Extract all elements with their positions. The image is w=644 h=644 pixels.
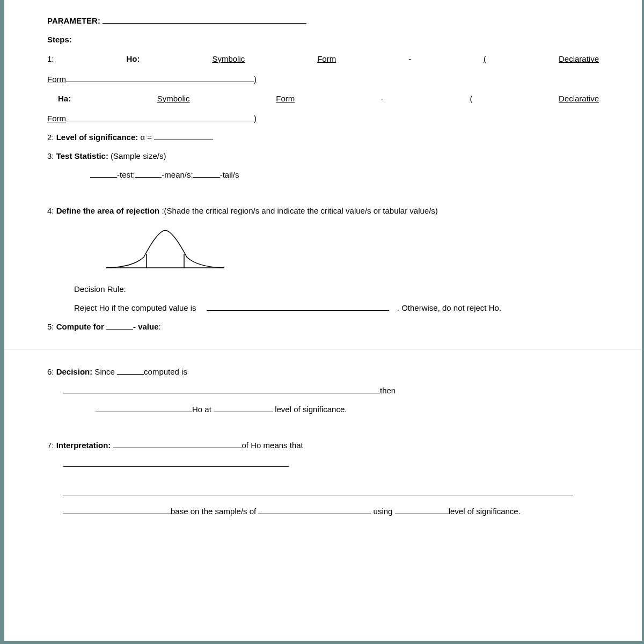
s7-blank2 — [63, 466, 289, 467]
worksheet-page: PARAMETER: Steps: 1: Ho: Symbolic Form -… — [4, 0, 642, 520]
s7-blank5 — [258, 514, 371, 514]
reject-blank — [207, 310, 389, 311]
form1b: Form — [47, 75, 66, 84]
s2-blank — [154, 140, 213, 140]
steps-label: Steps: — [47, 35, 72, 44]
s6-blank3 — [96, 412, 192, 412]
bell-curve-box — [101, 225, 599, 275]
s6-level: level of significance. — [273, 405, 347, 414]
s6-then: then — [380, 386, 396, 395]
s6-computed: computed is — [144, 367, 187, 376]
s6-decision: Decision: — [56, 367, 93, 376]
s4-label: Define the area of rejection — [56, 206, 160, 215]
decision-rule-label: Decision Rule: — [74, 280, 599, 298]
step3-line2: -test:-mean/s:-tail/s — [90, 166, 599, 184]
s2-label: Level of significance: — [56, 133, 138, 142]
decision-rule-text: Reject Ho if the computed value is . Oth… — [47, 299, 599, 317]
close1: ) — [254, 75, 257, 84]
decl2: Declarative — [559, 94, 599, 103]
s2-pre: 2: — [47, 133, 56, 142]
s3-post: (Sample size/s) — [108, 151, 166, 160]
step4-head: 4: Define the area of rejection :(Shade … — [47, 202, 599, 219]
s7-blank6 — [395, 514, 449, 514]
s7-blank3 — [63, 495, 573, 495]
reject-text: Reject Ho if the computed value is — [74, 303, 199, 312]
dash2: - — [381, 94, 384, 103]
s6-blank4 — [214, 412, 273, 412]
decl1: Declarative — [559, 54, 599, 63]
step1-ho-line1: 1: Ho: Symbolic Form - ( Declarative — [47, 52, 599, 67]
step6-line2: then — [63, 382, 599, 399]
tails-label: -tail/s — [220, 170, 239, 179]
dr-label: Decision Rule: — [74, 284, 126, 294]
s7-pre: 7: — [47, 441, 56, 450]
step3-line1: 3: Test Statistic: (Sample size/s) — [47, 147, 599, 165]
dash1: - — [408, 54, 411, 63]
test-blank — [90, 177, 117, 178]
symbolic1: Symbolic — [212, 54, 245, 63]
s3-label: Test Statistic: — [56, 151, 108, 160]
s7-interp: Interpretation: — [56, 441, 111, 450]
form2b-blank — [66, 121, 254, 121]
step6-line3: Ho at level of significance. — [96, 400, 599, 418]
s6-pre: 6: — [47, 367, 56, 376]
s7-ofho: of Ho means that — [242, 441, 303, 450]
means-blank — [135, 177, 162, 178]
test-label: -test: — [117, 170, 135, 179]
form2: Form — [276, 94, 295, 103]
ho-label: Ho: — [126, 54, 140, 63]
s5-pre: 5: — [47, 322, 56, 331]
s4-pre: 4: — [47, 206, 56, 215]
s6-hoat: Ho at — [192, 405, 214, 414]
means-label: -mean/s: — [162, 170, 193, 179]
s3-pre: 3: — [47, 151, 56, 160]
s7-blank1 — [113, 448, 242, 448]
form2b: Form — [47, 114, 66, 123]
bell-curve-icon — [101, 225, 230, 273]
step2-line: 2: Level of significance: α = — [47, 128, 599, 146]
s5-value: - value — [133, 322, 159, 331]
step1-ho-line2: Form) — [47, 70, 599, 88]
steps-header: Steps: — [47, 31, 599, 48]
s2-alpha: α = — [138, 133, 154, 142]
step1-ha-line2: Form) — [47, 109, 599, 127]
open2: ( — [470, 94, 472, 103]
symbolic2: Symbolic — [157, 94, 190, 103]
open1: ( — [484, 54, 486, 63]
s5-compute: Compute for — [56, 322, 106, 331]
s5-blank — [106, 329, 133, 330]
s7-blank4 — [63, 514, 171, 514]
s7-base: base on the sample/s of — [171, 507, 258, 516]
form1: Form — [317, 54, 336, 63]
ha-label: Ha: — [58, 94, 71, 103]
step7-line4: base on the sample/s of using level of s… — [63, 502, 599, 520]
step1-num: 1: — [47, 54, 54, 63]
step7-line2 — [63, 455, 599, 473]
otherwise-text: . Otherwise, do not reject Ho. — [397, 303, 501, 312]
s6-since: Since — [92, 367, 117, 376]
step6-line1: 6: Decision: Since computed is — [47, 363, 599, 380]
s4-post: :(Shade the critical region/s and indica… — [159, 206, 438, 215]
s6-blank1 — [117, 374, 144, 375]
step7-line1: 7: Interpretation: of Ho means that — [47, 436, 599, 454]
form1b-blank — [66, 82, 254, 82]
page-divider — [4, 349, 642, 349]
s7-using: using — [371, 507, 394, 516]
s7-level: level of significance. — [449, 507, 521, 516]
step1-ha-line1: Ha: Symbolic Form - ( Declarative — [47, 91, 599, 107]
step7-line3 — [63, 484, 599, 501]
close2: ) — [254, 114, 257, 123]
parameter-blank — [103, 23, 306, 24]
parameter-line: PARAMETER: — [47, 12, 599, 30]
step5-line: 5: Compute for - value: — [47, 318, 599, 335]
s6-blank2 — [63, 393, 380, 393]
parameter-label: PARAMETER: — [47, 16, 100, 25]
tails-blank — [193, 177, 220, 178]
